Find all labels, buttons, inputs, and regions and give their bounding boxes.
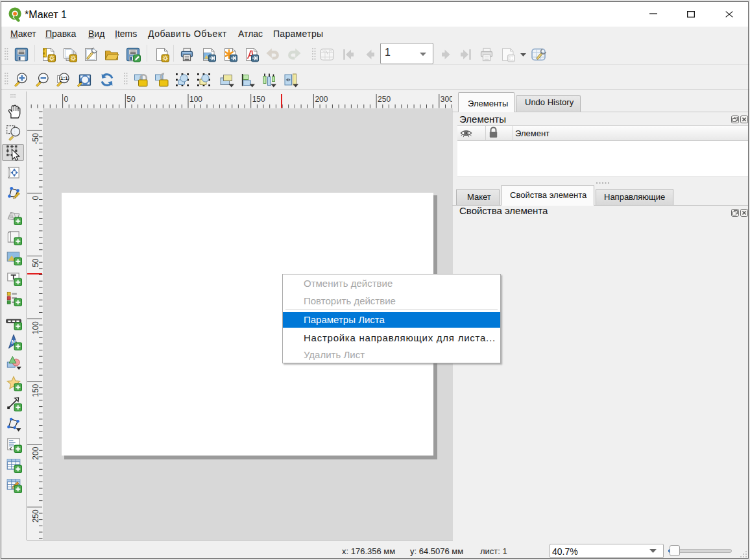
svg-text:1:1: 1:1 xyxy=(60,75,68,81)
svg-text:300: 300 xyxy=(441,95,452,104)
svg-text:100: 100 xyxy=(189,95,202,104)
svg-text:250: 250 xyxy=(31,509,40,522)
svg-text:0: 0 xyxy=(64,95,69,104)
svg-text:150: 150 xyxy=(31,384,40,397)
svg-text:0: 0 xyxy=(31,195,40,200)
svg-text:-50: -50 xyxy=(31,133,40,145)
svg-text:150: 150 xyxy=(252,95,265,104)
svg-text:200: 200 xyxy=(315,95,328,104)
svg-text:250: 250 xyxy=(378,95,391,104)
svg-text:50: 50 xyxy=(31,258,40,267)
svg-text:100: 100 xyxy=(31,321,40,334)
svg-text:50: 50 xyxy=(127,95,136,104)
svg-text:200: 200 xyxy=(31,446,40,459)
